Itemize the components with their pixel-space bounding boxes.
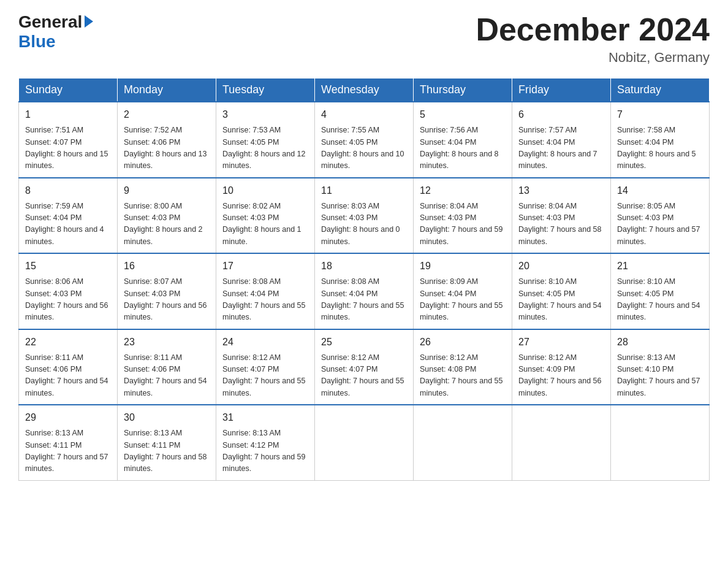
day-number: 10 [222,183,308,198]
day-number: 22 [25,335,111,350]
calendar-cell [611,405,710,480]
day-number: 14 [617,183,703,198]
day-info: Sunrise: 7:51 AM Sunset: 4:07 PM Dayligh… [25,124,111,172]
calendar-cell: 1 Sunrise: 7:51 AM Sunset: 4:07 PM Dayli… [19,102,118,178]
calendar-cell: 27 Sunrise: 8:12 AM Sunset: 4:09 PM Dayl… [512,329,611,405]
day-number: 17 [222,259,308,274]
day-info: Sunrise: 7:56 AM Sunset: 4:04 PM Dayligh… [420,124,506,172]
day-info: Sunrise: 7:58 AM Sunset: 4:04 PM Dayligh… [617,124,703,172]
day-number: 21 [617,259,703,274]
day-number: 28 [617,335,703,350]
col-sunday: Sunday [19,79,118,102]
calendar-cell: 7 Sunrise: 7:58 AM Sunset: 4:04 PM Dayli… [611,102,710,178]
day-info: Sunrise: 8:13 AM Sunset: 4:10 PM Dayligh… [617,352,703,400]
day-info: Sunrise: 8:03 AM Sunset: 4:03 PM Dayligh… [321,201,407,248]
calendar-cell: 9 Sunrise: 8:00 AM Sunset: 4:03 PM Dayli… [118,178,216,254]
col-friday: Friday [512,79,611,102]
calendar-cell: 20 Sunrise: 8:10 AM Sunset: 4:05 PM Dayl… [512,253,611,329]
day-number: 9 [124,183,210,198]
day-number: 1 [25,107,111,122]
day-number: 30 [124,410,210,425]
calendar-cell: 30 Sunrise: 8:13 AM Sunset: 4:11 PM Dayl… [118,405,216,480]
day-info: Sunrise: 8:08 AM Sunset: 4:04 PM Dayligh… [321,276,407,324]
day-info: Sunrise: 8:12 AM Sunset: 4:07 PM Dayligh… [222,352,308,400]
calendar-cell: 22 Sunrise: 8:11 AM Sunset: 4:06 PM Dayl… [19,329,118,405]
day-info: Sunrise: 8:12 AM Sunset: 4:08 PM Dayligh… [420,352,506,400]
day-info: Sunrise: 8:13 AM Sunset: 4:11 PM Dayligh… [124,427,210,475]
day-number: 2 [124,107,210,122]
day-info: Sunrise: 8:06 AM Sunset: 4:03 PM Dayligh… [25,276,111,324]
day-info: Sunrise: 8:13 AM Sunset: 4:12 PM Dayligh… [222,427,308,475]
day-number: 16 [124,259,210,274]
calendar-cell: 21 Sunrise: 8:10 AM Sunset: 4:05 PM Dayl… [611,253,710,329]
col-saturday: Saturday [611,79,710,102]
page-header: General Blue December 2024 Nobitz, Germa… [18,12,710,66]
day-number: 31 [222,410,308,425]
calendar-cell: 4 Sunrise: 7:55 AM Sunset: 4:05 PM Dayli… [315,102,414,178]
day-info: Sunrise: 7:57 AM Sunset: 4:04 PM Dayligh… [518,124,604,172]
day-info: Sunrise: 8:04 AM Sunset: 4:03 PM Dayligh… [420,201,506,248]
col-thursday: Thursday [414,79,512,102]
calendar-cell: 6 Sunrise: 7:57 AM Sunset: 4:04 PM Dayli… [512,102,611,178]
calendar-cell [315,405,414,480]
day-number: 19 [420,259,506,274]
calendar-week-4: 22 Sunrise: 8:11 AM Sunset: 4:06 PM Dayl… [19,329,710,405]
calendar-cell: 28 Sunrise: 8:13 AM Sunset: 4:10 PM Dayl… [611,329,710,405]
day-info: Sunrise: 7:53 AM Sunset: 4:05 PM Dayligh… [222,124,308,172]
day-info: Sunrise: 8:00 AM Sunset: 4:03 PM Dayligh… [124,201,210,248]
day-number: 18 [321,259,407,274]
calendar-cell: 18 Sunrise: 8:08 AM Sunset: 4:04 PM Dayl… [315,253,414,329]
calendar-cell: 29 Sunrise: 8:13 AM Sunset: 4:11 PM Dayl… [19,405,118,480]
calendar-week-3: 15 Sunrise: 8:06 AM Sunset: 4:03 PM Dayl… [19,253,710,329]
day-number: 3 [222,107,308,122]
day-info: Sunrise: 8:12 AM Sunset: 4:07 PM Dayligh… [321,352,407,400]
calendar-cell: 11 Sunrise: 8:03 AM Sunset: 4:03 PM Dayl… [315,178,414,254]
col-monday: Monday [118,79,216,102]
calendar-cell [512,405,611,480]
calendar-cell: 31 Sunrise: 8:13 AM Sunset: 4:12 PM Dayl… [216,405,315,480]
calendar-cell: 14 Sunrise: 8:05 AM Sunset: 4:03 PM Dayl… [611,178,710,254]
calendar-cell: 2 Sunrise: 7:52 AM Sunset: 4:06 PM Dayli… [118,102,216,178]
day-info: Sunrise: 7:55 AM Sunset: 4:05 PM Dayligh… [321,124,407,172]
calendar-header-row: Sunday Monday Tuesday Wednesday Thursday… [19,79,710,102]
logo-arrow-icon [85,15,93,28]
calendar-cell: 3 Sunrise: 7:53 AM Sunset: 4:05 PM Dayli… [216,102,315,178]
day-number: 24 [222,335,308,350]
calendar-week-1: 1 Sunrise: 7:51 AM Sunset: 4:07 PM Dayli… [19,102,710,178]
day-number: 6 [518,107,604,122]
day-info: Sunrise: 8:12 AM Sunset: 4:09 PM Dayligh… [518,352,604,400]
logo-blue-text: Blue [18,32,56,52]
day-number: 25 [321,335,407,350]
day-info: Sunrise: 8:02 AM Sunset: 4:03 PM Dayligh… [222,201,308,248]
day-number: 20 [518,259,604,274]
calendar-week-5: 29 Sunrise: 8:13 AM Sunset: 4:11 PM Dayl… [19,405,710,480]
day-number: 26 [420,335,506,350]
day-number: 7 [617,107,703,122]
calendar-cell: 25 Sunrise: 8:12 AM Sunset: 4:07 PM Dayl… [315,329,414,405]
calendar-cell [414,405,512,480]
day-info: Sunrise: 8:13 AM Sunset: 4:11 PM Dayligh… [25,427,111,475]
day-number: 12 [420,183,506,198]
day-info: Sunrise: 8:10 AM Sunset: 4:05 PM Dayligh… [518,276,604,324]
calendar-cell: 24 Sunrise: 8:12 AM Sunset: 4:07 PM Dayl… [216,329,315,405]
day-number: 15 [25,259,111,274]
day-number: 4 [321,107,407,122]
calendar-week-2: 8 Sunrise: 7:59 AM Sunset: 4:04 PM Dayli… [19,178,710,254]
calendar-table: Sunday Monday Tuesday Wednesday Thursday… [18,78,710,481]
day-info: Sunrise: 7:52 AM Sunset: 4:06 PM Dayligh… [124,124,210,172]
calendar-cell: 17 Sunrise: 8:08 AM Sunset: 4:04 PM Dayl… [216,253,315,329]
title-area: December 2024 Nobitz, Germany [476,12,710,66]
day-info: Sunrise: 8:09 AM Sunset: 4:04 PM Dayligh… [420,276,506,324]
day-info: Sunrise: 8:11 AM Sunset: 4:06 PM Dayligh… [25,352,111,400]
calendar-cell: 10 Sunrise: 8:02 AM Sunset: 4:03 PM Dayl… [216,178,315,254]
day-info: Sunrise: 8:08 AM Sunset: 4:04 PM Dayligh… [222,276,308,324]
day-info: Sunrise: 8:05 AM Sunset: 4:03 PM Dayligh… [617,201,703,248]
calendar-cell: 23 Sunrise: 8:11 AM Sunset: 4:06 PM Dayl… [118,329,216,405]
calendar-cell: 26 Sunrise: 8:12 AM Sunset: 4:08 PM Dayl… [414,329,512,405]
day-info: Sunrise: 8:07 AM Sunset: 4:03 PM Dayligh… [124,276,210,324]
day-number: 8 [25,183,111,198]
day-number: 11 [321,183,407,198]
day-info: Sunrise: 8:10 AM Sunset: 4:05 PM Dayligh… [617,276,703,324]
day-info: Sunrise: 8:11 AM Sunset: 4:06 PM Dayligh… [124,352,210,400]
calendar-cell: 8 Sunrise: 7:59 AM Sunset: 4:04 PM Dayli… [19,178,118,254]
